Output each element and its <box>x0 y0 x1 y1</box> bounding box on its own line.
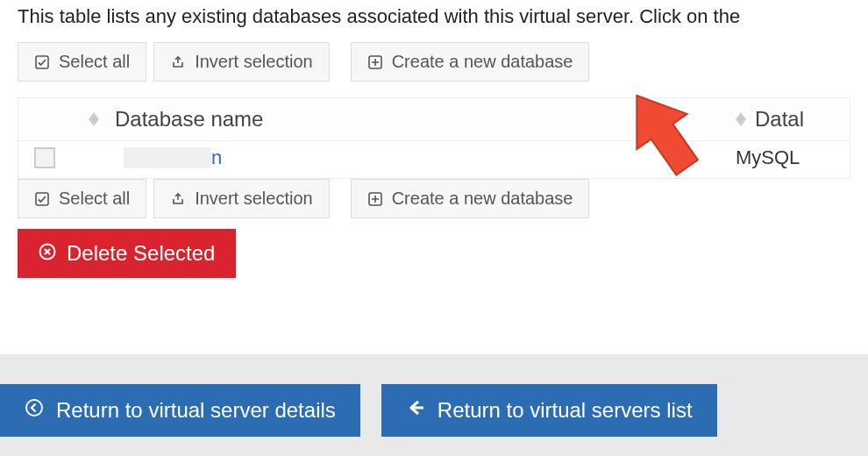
table-header-row: Database name Datal <box>18 98 850 141</box>
invert-selection-label: Invert selection <box>195 52 313 72</box>
column-header-type[interactable]: Datal <box>736 107 850 132</box>
column-header-name[interactable]: Database name <box>115 107 736 132</box>
delete-selected-button[interactable]: Delete Selected <box>18 229 236 278</box>
plus-square-icon <box>367 191 383 207</box>
svg-rect-0 <box>36 56 48 68</box>
svg-rect-2 <box>36 193 48 205</box>
column-header-name-label: Database name <box>115 107 263 132</box>
create-database-button[interactable]: Create a new database <box>351 179 590 218</box>
invert-selection-button[interactable]: Invert selection <box>153 42 330 82</box>
table-row: n MySQL <box>18 141 850 178</box>
column-sort-indicator[interactable] <box>18 112 115 126</box>
sort-icon <box>736 112 746 126</box>
database-name-link[interactable]: n <box>211 146 222 169</box>
plus-square-icon <box>367 54 383 70</box>
check-square-icon <box>34 54 50 70</box>
row-database-name[interactable]: n <box>71 146 736 169</box>
return-details-button[interactable]: Return to virtual server details <box>0 384 360 437</box>
toolbar-bottom: Select all Invert selection Create a new… <box>0 179 868 222</box>
create-database-label: Create a new database <box>392 189 573 209</box>
row-checkbox[interactable] <box>34 147 55 168</box>
check-square-icon <box>34 191 50 207</box>
arrow-left-icon <box>406 398 425 423</box>
row-database-type: MySQL <box>736 146 850 169</box>
redacted-name <box>124 147 211 168</box>
invert-selection-label: Invert selection <box>195 189 313 209</box>
delete-selected-label: Delete Selected <box>67 241 215 266</box>
svg-point-5 <box>26 400 42 416</box>
column-header-type-label: Datal <box>755 107 804 132</box>
invert-selection-button[interactable]: Invert selection <box>153 179 330 218</box>
return-list-label: Return to virtual servers list <box>438 398 693 423</box>
return-details-label: Return to virtual server details <box>56 398 336 423</box>
footer-bar: Return to virtual server details Return … <box>0 354 868 456</box>
select-all-button[interactable]: Select all <box>18 42 146 82</box>
share-icon <box>170 54 186 70</box>
create-database-label: Create a new database <box>392 52 573 72</box>
database-table: Database name Datal n MySQL <box>18 97 850 179</box>
times-circle-icon <box>39 241 56 266</box>
select-all-button[interactable]: Select all <box>18 179 146 218</box>
select-all-label: Select all <box>59 189 130 209</box>
intro-text: This table lists any existing databases … <box>0 0 868 39</box>
select-all-label: Select all <box>59 52 130 72</box>
toolbar-top: Select all Invert selection Create a new… <box>0 39 868 85</box>
share-icon <box>170 191 186 207</box>
return-list-button[interactable]: Return to virtual servers list <box>381 384 717 437</box>
circle-arrow-left-icon <box>25 398 44 423</box>
create-database-button[interactable]: Create a new database <box>351 42 590 82</box>
sort-icon <box>89 112 99 126</box>
